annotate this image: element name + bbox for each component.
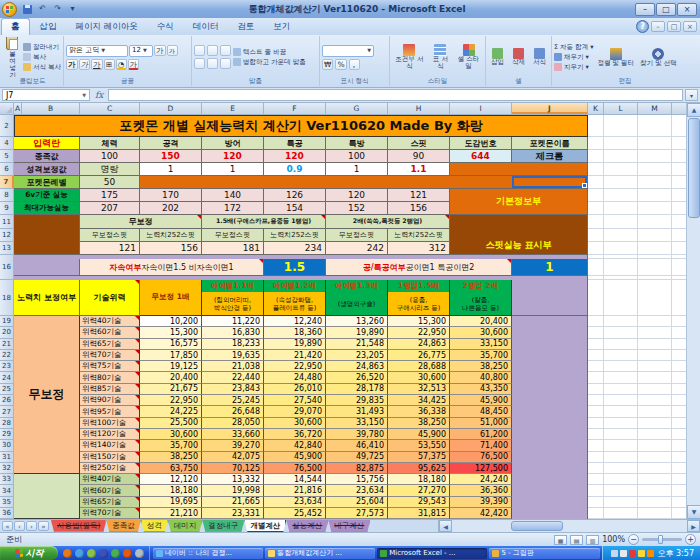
row-header-18[interactable]: 18 <box>0 280 14 316</box>
damage-cell[interactable]: 15,300 <box>388 316 450 327</box>
scroll-left-icon[interactable]: ◀ <box>439 520 452 532</box>
insert-cells-button[interactable]: 삽입 <box>489 48 506 66</box>
align-middle-icon[interactable] <box>207 45 218 56</box>
effort-section-label[interactable] <box>14 474 80 519</box>
stats-6v-label[interactable]: 6v기준 실능 <box>14 189 80 202</box>
row-header-12[interactable]: 12 <box>0 229 14 242</box>
maximize-button[interactable]: □ <box>656 3 676 16</box>
damage-cell[interactable]: 29,835 <box>326 395 388 406</box>
damage-cell[interactable]: 33,150 <box>326 418 388 429</box>
power-label[interactable]: 위력40기술 <box>80 316 140 327</box>
header-sp-defense[interactable]: 특방 <box>326 137 388 150</box>
power-label[interactable]: 위력70기술 <box>80 508 140 519</box>
damage-cell[interactable]: 18,180 <box>140 485 202 496</box>
damage-cell[interactable]: 19,635 <box>202 350 264 361</box>
lavender-cell[interactable] <box>512 361 588 372</box>
damage-cell[interactable]: 19,695 <box>140 497 202 508</box>
speed-subheader[interactable]: 무보정스핏 <box>202 229 264 242</box>
lavender-cell[interactable] <box>512 463 588 474</box>
power-label[interactable]: 위력70기술 <box>80 350 140 361</box>
power-label[interactable]: 위력140기술 <box>80 440 140 451</box>
stat-cell[interactable]: 154 <box>264 202 326 215</box>
lavender-cell[interactable] <box>512 508 588 519</box>
border-button[interactable]: ⊞ <box>104 59 115 70</box>
header-attack[interactable]: 공격 <box>140 137 202 150</box>
power-label[interactable]: 위력60기술 <box>80 485 140 496</box>
damage-cell[interactable]: 17,850 <box>140 350 202 361</box>
workbook-minimize-button[interactable]: – <box>651 21 665 32</box>
damage-cell[interactable]: 26,775 <box>388 350 450 361</box>
damage-cell[interactable]: 16,575 <box>140 339 202 350</box>
damage-cell[interactable]: 46,410 <box>326 440 388 451</box>
damage-cell[interactable]: 19,125 <box>140 361 202 372</box>
damage-cell[interactable]: 35,700 <box>140 440 202 451</box>
speed-value[interactable]: 181 <box>202 242 264 255</box>
header-speed[interactable]: 스핏 <box>388 137 450 150</box>
power-label[interactable]: 위력80기술 <box>80 372 140 383</box>
next-sheet-icon[interactable]: › <box>26 521 37 531</box>
vertical-scrollbar[interactable]: ▲ ▼ <box>686 103 700 519</box>
damage-cell[interactable]: 26,648 <box>202 406 264 417</box>
horizontal-scroll-thumb[interactable] <box>511 521 563 531</box>
species-sp-defense[interactable]: 100 <box>326 150 388 163</box>
speed-subheader[interactable]: 노력치252스핏 <box>140 229 202 242</box>
fill-button[interactable]: 채우기 ▾ <box>554 53 593 62</box>
zoom-slider-knob[interactable] <box>658 535 663 544</box>
damage-cell[interactable]: 63,750 <box>140 463 202 474</box>
sheet-tab-실능계산[interactable]: 실능계산 <box>286 520 328 532</box>
speed-group-1-5x[interactable]: 1.5배(구애스카프,용중등 1랭업) <box>202 215 326 229</box>
power-label[interactable]: 위력75기술 <box>80 361 140 372</box>
lavender-cell[interactable] <box>512 406 588 417</box>
page-layout-view-icon[interactable]: ▤ <box>570 535 583 545</box>
damage-cell[interactable]: 34,425 <box>388 395 450 406</box>
speed-group-2x[interactable]: 2배(쓱쓱,록컷등 2랭업) <box>326 215 450 229</box>
merge-center-button[interactable]: 병합하고 가운데 맞춤 <box>233 58 306 67</box>
row-header-34[interactable]: 34 <box>0 485 14 496</box>
damage-cell[interactable]: 27,270 <box>388 485 450 496</box>
office-button[interactable] <box>2 2 17 17</box>
nature-mod-speed[interactable]: 1.1 <box>388 163 450 176</box>
redo-icon[interactable]: ↷ <box>51 3 64 15</box>
nature-mod-defense[interactable]: 1 <box>202 163 264 176</box>
conditional-formatting-button[interactable]: 조건부 서식 <box>392 44 427 70</box>
damage-cell[interactable]: 61,200 <box>450 429 512 440</box>
stat-cell[interactable]: 120 <box>326 189 388 202</box>
insert-function-icon[interactable]: fx <box>92 90 106 100</box>
damage-cell[interactable]: 22,950 <box>140 395 202 406</box>
taskbar-window-button[interactable]: 통합개체값계산기 ... <box>265 548 375 559</box>
underline-button[interactable]: 가 <box>91 59 103 70</box>
lavender-cell[interactable] <box>512 429 588 440</box>
damage-cell[interactable]: 71,400 <box>450 440 512 451</box>
damage-cell[interactable]: 19,890 <box>264 339 326 350</box>
row-header-35[interactable]: 35 <box>0 497 14 508</box>
damage-cell[interactable]: 25,452 <box>264 508 326 519</box>
row-header-29[interactable]: 29 <box>0 429 14 440</box>
find-select-button[interactable]: 찾기 및 선택 <box>638 48 679 67</box>
damage-cell[interactable]: 28,178 <box>326 384 388 395</box>
damage-cell[interactable]: 26,010 <box>264 384 326 395</box>
align-bottom-icon[interactable] <box>220 45 231 56</box>
speed-subheader[interactable]: 무보정스핏 <box>80 229 140 242</box>
damage-cell[interactable]: 39,780 <box>326 429 388 440</box>
font-color-button[interactable]: 가 <box>128 59 140 70</box>
damage-cell[interactable]: 82,875 <box>326 463 388 474</box>
speed-value[interactable]: 156 <box>140 242 202 255</box>
column-header-C[interactable]: C <box>80 103 140 114</box>
damage-cell[interactable]: 24,480 <box>264 372 326 383</box>
power-label[interactable]: 위력150기술 <box>80 452 140 463</box>
species-speed[interactable]: 90 <box>388 150 450 163</box>
species-attack[interactable]: 150 <box>140 150 202 163</box>
format-as-table-button[interactable]: 표 서식 <box>429 44 452 70</box>
stat-cell[interactable]: 202 <box>140 202 202 215</box>
damage-cell[interactable]: 25,500 <box>140 418 202 429</box>
damage-cell[interactable]: 21,420 <box>264 350 326 361</box>
damage-cell[interactable]: 27,573 <box>326 508 388 519</box>
header-hp[interactable]: 체력 <box>80 137 140 150</box>
level-label[interactable]: 포켓몬레벨 <box>14 176 80 189</box>
power-label[interactable]: 위력95기술 <box>80 406 140 417</box>
wrap-text-button[interactable]: 텍스트 줄 바꿈 <box>233 48 306 57</box>
update-tray-icon[interactable] <box>647 550 654 557</box>
lavender-cell[interactable] <box>512 350 588 361</box>
damage-cell[interactable]: 35,700 <box>450 350 512 361</box>
sheet-tab-결정내구[interactable]: 결정내구 <box>202 520 244 532</box>
